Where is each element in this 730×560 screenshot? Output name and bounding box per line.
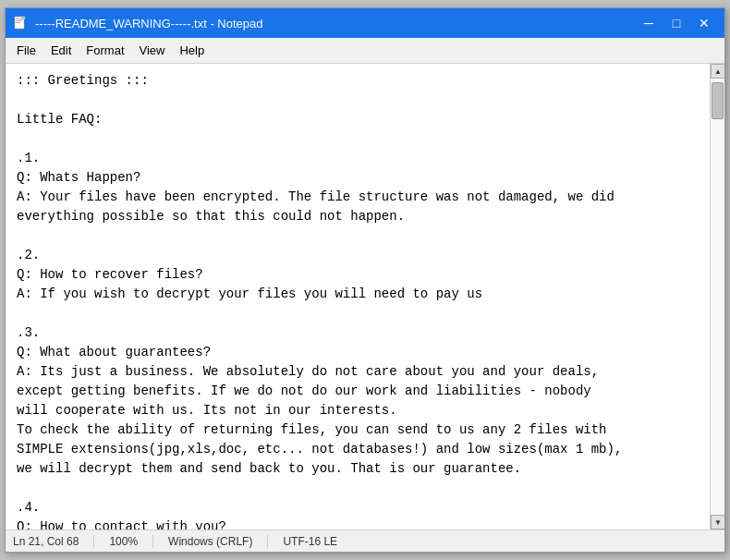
zoom-level: 100%: [94, 535, 153, 548]
app-icon: [13, 16, 28, 30]
svg-rect-2: [16, 20, 22, 21]
close-button[interactable]: ✕: [691, 12, 717, 34]
encoding: UTF-16 LE: [268, 535, 352, 548]
menu-bar: File Edit Format View Help: [6, 38, 724, 64]
menu-file[interactable]: File: [9, 40, 43, 61]
text-editor[interactable]: ::: Greetings ::: Little FAQ: .1. Q: Wha…: [6, 64, 710, 530]
svg-rect-3: [16, 22, 20, 23]
scroll-track[interactable]: [711, 79, 724, 515]
scroll-down-button[interactable]: ▼: [711, 515, 724, 530]
minimize-button[interactable]: ─: [636, 12, 662, 34]
line-ending: Windows (CRLF): [153, 535, 268, 548]
menu-help[interactable]: Help: [172, 40, 212, 61]
window-controls: ─ □ ✕: [636, 12, 717, 34]
title-bar: -----README_WARNING-----.txt - Notepad ─…: [6, 8, 724, 38]
window-title: -----README_WARNING-----.txt - Notepad: [35, 17, 636, 30]
vertical-scrollbar[interactable]: ▲ ▼: [710, 64, 724, 530]
scroll-up-button[interactable]: ▲: [711, 64, 724, 79]
menu-view[interactable]: View: [132, 40, 173, 61]
svg-rect-4: [22, 17, 25, 19]
status-bar: Ln 21, Col 68 100% Windows (CRLF) UTF-16…: [6, 530, 724, 552]
main-window: -----README_WARNING-----.txt - Notepad ─…: [5, 7, 725, 553]
maximize-button[interactable]: □: [663, 12, 689, 34]
content-area: ::: Greetings ::: Little FAQ: .1. Q: Wha…: [6, 64, 724, 530]
menu-format[interactable]: Format: [79, 40, 131, 61]
menu-edit[interactable]: Edit: [43, 40, 79, 61]
cursor-position: Ln 21, Col 68: [13, 535, 94, 548]
scroll-thumb[interactable]: [712, 82, 724, 119]
svg-rect-1: [16, 18, 22, 19]
